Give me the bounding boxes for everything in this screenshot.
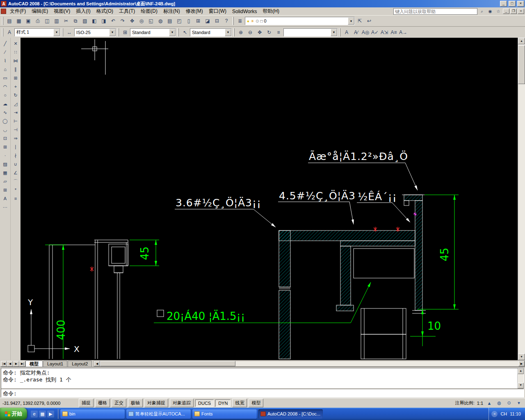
offset-icon[interactable]: ∥ xyxy=(11,65,20,73)
favorites-icon[interactable]: ☆ xyxy=(495,8,502,15)
ducs-button[interactable]: DUCS xyxy=(195,399,214,407)
edit-text-icon[interactable]: A∕ xyxy=(352,28,361,37)
chevron-down-icon[interactable]: ▼ xyxy=(53,29,60,36)
help-icon[interactable]: ? xyxy=(222,16,231,25)
maximize-button[interactable]: □ xyxy=(509,1,516,7)
search-icon[interactable]: ⌕ xyxy=(478,8,486,15)
toolbar-grip[interactable] xyxy=(178,28,179,37)
toolbar-grip[interactable] xyxy=(62,28,63,37)
layer-previous-icon[interactable]: ↩ xyxy=(365,16,374,25)
layer-lock-icon[interactable]: ⊙ xyxy=(256,19,259,23)
chevron-down-icon[interactable]: ▼ xyxy=(225,29,231,36)
tab-layout1[interactable]: Layout1 xyxy=(43,361,67,367)
cut-icon[interactable]: ✂ xyxy=(62,16,71,25)
layer-dropdown[interactable]: ●☀⊙□ 0 ▼ xyxy=(245,17,355,25)
menu-help[interactable]: 帮助(H) xyxy=(260,7,282,15)
menu-format[interactable]: 格式(O) xyxy=(94,7,116,15)
insert-block-icon[interactable]: ⊡ xyxy=(1,134,10,142)
align-icon[interactable]: ≡ xyxy=(11,194,20,203)
table-style-icon[interactable]: ⊞ xyxy=(121,28,130,37)
stretch-icon[interactable]: ⇥ xyxy=(11,108,20,116)
chamfer-icon[interactable]: ∠ xyxy=(11,169,20,177)
task-bin[interactable]: bin xyxy=(60,409,125,419)
menu-tools[interactable]: 工具(T) xyxy=(116,7,138,15)
close-button[interactable]: × xyxy=(517,1,524,7)
scroll-up-icon[interactable]: ▲ xyxy=(518,368,524,374)
chevron-down-icon[interactable]: ▼ xyxy=(331,29,337,36)
publish-icon[interactable]: ▥ xyxy=(52,16,61,25)
horizontal-scrollbar[interactable]: ◀ ▶ xyxy=(94,361,525,367)
trim-icon[interactable]: ⊣ xyxy=(11,126,20,134)
rotate-icon[interactable]: ↻ xyxy=(11,91,20,99)
zoom-previous-icon[interactable]: ◍ xyxy=(156,16,165,25)
table-style-dropdown[interactable]: Standard ▼ xyxy=(130,28,176,37)
quicklaunch-ie-icon[interactable]: e xyxy=(31,411,38,418)
annotation-auto-icon[interactable]: ▲ xyxy=(486,399,493,407)
menu-edit[interactable]: 编辑(E) xyxy=(29,7,51,15)
model-button[interactable]: 模型 xyxy=(249,399,263,407)
chevron-down-icon[interactable]: ▼ xyxy=(169,29,176,36)
text-justify-icon[interactable]: A≡ xyxy=(389,28,398,37)
tool-palettes-icon[interactable]: ▯ xyxy=(184,16,193,25)
menu-draw[interactable]: 绘图(D) xyxy=(138,7,160,15)
dim-style-dropdown[interactable]: ISO-25 ▼ xyxy=(74,28,116,37)
vertical-scrollbar[interactable]: ▲ ▼ xyxy=(518,38,525,360)
ime-indicator[interactable]: CH xyxy=(500,411,507,416)
task-fonts[interactable]: Fonts xyxy=(192,409,257,419)
make-layer-current-icon[interactable]: ⇱ xyxy=(355,16,364,25)
qnew-icon[interactable]: ▤ xyxy=(5,16,14,25)
ellipse-icon[interactable]: ◯ xyxy=(1,117,10,125)
menu-view[interactable]: 视图(V) xyxy=(51,7,73,15)
text-style-dropdown[interactable]: 样式 1 ▼ xyxy=(14,28,60,37)
arc-icon[interactable]: ◠ xyxy=(1,82,10,91)
communication-center-icon[interactable]: ◉ xyxy=(486,8,494,15)
paste-icon[interactable]: ▧ xyxy=(80,16,89,25)
make-block-icon[interactable]: ⊞ xyxy=(1,143,10,151)
scale-icon[interactable]: ◿ xyxy=(11,100,20,108)
tab-nav-button[interactable]: |◀ xyxy=(1,361,7,367)
toolbar-grip[interactable] xyxy=(339,28,340,37)
gradient-icon[interactable]: ▦ xyxy=(1,169,10,177)
toolbar-lock-icon[interactable]: ⊙ xyxy=(505,399,513,407)
annotation-scale-value[interactable]: 1:1 xyxy=(477,401,483,406)
menu-file[interactable]: 文件(F) xyxy=(7,7,29,15)
toolbar-grip[interactable] xyxy=(233,28,235,37)
markup-icon[interactable]: ◪ xyxy=(203,16,212,25)
dyn-button[interactable]: DYN xyxy=(215,399,231,407)
hatch-icon[interactable]: ▨ xyxy=(1,160,10,168)
point-icon[interactable]: · xyxy=(1,151,10,160)
ortho-button[interactable]: 正交 xyxy=(112,399,126,407)
lengthen-icon[interactable]: ⊢ xyxy=(11,117,20,125)
array-icon[interactable]: ⊞ xyxy=(11,74,20,82)
undo-icon[interactable]: ↶ xyxy=(109,16,118,25)
annotation-scale-dropdown[interactable]: ▼ xyxy=(283,28,338,37)
otrack-button[interactable]: 对象追踪 xyxy=(170,399,194,407)
tray-chevron-icon[interactable]: « xyxy=(491,411,498,417)
block-editor-icon[interactable]: ◨ xyxy=(99,16,108,25)
text-scale-icon[interactable]: A⇲ xyxy=(380,28,389,37)
multileader-style-dropdown[interactable]: Standard ▼ xyxy=(190,28,232,37)
quicklaunch-player-icon[interactable]: ▶ xyxy=(47,411,54,418)
open-icon[interactable]: ▦ xyxy=(14,16,23,25)
command-scrollbar[interactable]: ▲ ▼ xyxy=(517,368,524,388)
layer-freeze-icon[interactable]: ☀ xyxy=(251,19,254,23)
spell-check-icon[interactable]: A✓ xyxy=(370,28,379,37)
table-icon[interactable]: ⊞ xyxy=(1,186,10,194)
scrollbar-thumb[interactable] xyxy=(518,45,525,84)
clock[interactable]: 11:10 xyxy=(510,411,521,416)
mtext-draw-icon[interactable]: A xyxy=(1,194,10,203)
menu-window[interactable]: 窗口(W) xyxy=(206,7,229,15)
spline-icon[interactable]: ∿ xyxy=(1,108,10,116)
redo-icon[interactable]: ↷ xyxy=(118,16,127,25)
toolbar-grip[interactable] xyxy=(118,28,119,37)
construction-line-icon[interactable]: ⁄ xyxy=(1,48,10,56)
text-convert-icon[interactable]: A→ xyxy=(399,28,408,37)
revcloud-icon[interactable]: ☁ xyxy=(1,100,10,108)
task-autocad[interactable]: AutoCAD 2008 - [C:\Doc... xyxy=(258,409,323,419)
polar-button[interactable]: 极轴 xyxy=(128,399,143,407)
orbit-icon[interactable]: ↻ xyxy=(265,28,274,37)
menu-dimension[interactable]: 标注(N) xyxy=(160,7,183,15)
drawing-canvas[interactable]: 400 45 xyxy=(21,38,518,360)
find-text-icon[interactable]: A◎ xyxy=(361,28,370,37)
plot-preview-icon[interactable]: ◫ xyxy=(43,16,52,25)
